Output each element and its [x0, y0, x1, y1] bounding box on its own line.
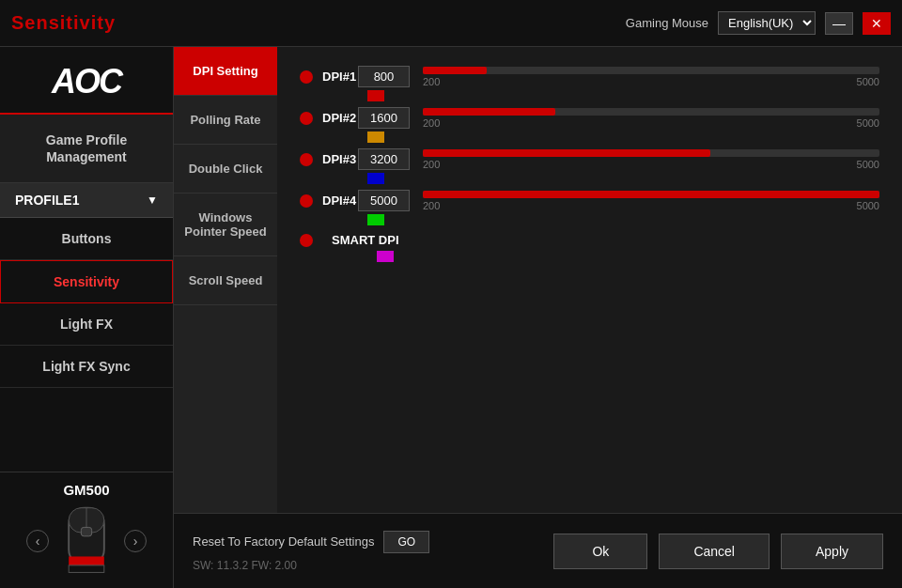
svg-rect-4	[69, 556, 104, 565]
profile-dropdown[interactable]: PROFILE1 ▼	[0, 183, 173, 218]
dpi1-row: DPI#1 200 5000	[300, 66, 879, 101]
bottom-bar: Reset To Factory Default Settings GO SW:…	[174, 513, 902, 588]
title-bar: Sensitivity Gaming Mouse English(UK) — ✕	[0, 0, 902, 47]
subnav-winpointer[interactable]: Windows Pointer Speed	[174, 193, 277, 256]
dpi3-row: DPI#3 200 5000	[300, 148, 879, 184]
sidebar-item-lightfx[interactable]: Light FX	[0, 303, 173, 346]
dpi2-value-input[interactable]	[358, 107, 410, 129]
dpi2-row: DPI#2 200 5000	[300, 107, 879, 143]
minimize-button[interactable]: —	[825, 12, 853, 35]
sidebar-item-sensitivity[interactable]: Sensitivity	[0, 260, 173, 303]
main-layout: AOC Game ProfileManagement PROFILE1 ▼ Bu…	[0, 47, 902, 588]
dpi3-value-input[interactable]	[358, 148, 410, 170]
sidebar: AOC Game ProfileManagement PROFILE1 ▼ Bu…	[0, 47, 174, 588]
dpi4-label: DPI#4	[322, 193, 358, 208]
aoc-logo: AOC	[0, 47, 173, 115]
sub-nav: DPI Setting Polling Rate Double Click Wi…	[174, 47, 277, 513]
dpi3-indicator	[300, 153, 313, 166]
title-bar-right: Gaming Mouse English(UK) — ✕	[626, 11, 891, 35]
subnav-scrollspeed[interactable]: Scroll Speed	[174, 256, 277, 305]
apply-button[interactable]: Apply	[781, 534, 883, 569]
content-area: DPI Setting Polling Rate Double Click Wi…	[174, 47, 902, 588]
mouse-image	[58, 503, 115, 579]
dpi3-slider[interactable]: 200 5000	[423, 149, 879, 170]
version-text: SW: 11.3.2 FW: 2.00	[193, 559, 429, 572]
mouse-nav: ‹ ›	[26, 503, 147, 579]
mouse-next-button[interactable]: ›	[124, 530, 147, 552]
dpi4-max: 5000	[857, 200, 879, 211]
dpi2-min: 200	[423, 117, 440, 129]
dpi1-swatch	[367, 90, 384, 101]
dpi2-max: 5000	[857, 117, 879, 129]
title-bar-left: Sensitivity	[11, 12, 116, 34]
dpi1-slider[interactable]: 200 5000	[423, 67, 879, 87]
game-profile-label: Game ProfileManagement	[8, 132, 165, 165]
logo-text: AOC	[52, 62, 121, 101]
sidebar-item-buttons[interactable]: Buttons	[0, 218, 173, 260]
smart-dpi-label: SMART DPI	[332, 233, 399, 247]
dpi4-min: 200	[423, 200, 440, 211]
dpi4-value-input[interactable]	[358, 190, 410, 211]
profile-name: PROFILE1	[15, 193, 79, 208]
dpi1-value-input[interactable]	[358, 66, 410, 87]
app-title: Sensitivity	[11, 12, 116, 34]
subnav-polling[interactable]: Polling Rate	[174, 96, 277, 145]
dpi1-indicator	[300, 70, 313, 84]
dpi1-min: 200	[423, 76, 440, 87]
svg-rect-3	[81, 527, 91, 535]
dpi3-label: DPI#3	[322, 152, 358, 166]
ok-button[interactable]: Ok	[553, 534, 647, 569]
sidebar-item-lightfxsync[interactable]: Light FX Sync	[0, 346, 173, 388]
dpi2-slider[interactable]: 200 5000	[423, 108, 879, 129]
game-profile-section: Game ProfileManagement	[0, 115, 173, 183]
dpi4-row: DPI#4 200 5000	[300, 190, 879, 225]
dpi2-indicator	[300, 112, 313, 125]
cancel-button[interactable]: Cancel	[659, 534, 770, 569]
dpi1-label: DPI#1	[322, 70, 358, 84]
subnav-doubleclick[interactable]: Double Click	[174, 145, 277, 193]
chevron-down-icon: ▼	[147, 193, 158, 207]
dpi2-swatch	[367, 132, 384, 143]
dpi2-label: DPI#2	[322, 111, 358, 125]
reset-label: Reset To Factory Default Settings	[193, 534, 374, 549]
mouse-section: GM500 ‹ ›	[0, 472, 173, 588]
mouse-prev-button[interactable]: ‹	[26, 530, 49, 552]
mouse-model-label: GM500	[63, 482, 109, 498]
content-wrapper: DPI Setting Polling Rate Double Click Wi…	[174, 47, 902, 513]
dpi3-swatch	[367, 173, 384, 184]
dpi4-swatch	[367, 214, 384, 225]
dpi1-max: 5000	[857, 76, 879, 87]
dpi-panel: DPI#1 200 5000	[277, 47, 902, 513]
svg-rect-5	[69, 565, 104, 573]
smart-dpi-row: SMART DPI	[300, 233, 879, 247]
subnav-dpi[interactable]: DPI Setting	[174, 47, 277, 96]
bottom-left: Reset To Factory Default Settings GO SW:…	[193, 531, 429, 572]
bottom-actions: Ok Cancel Apply	[553, 534, 883, 569]
go-button[interactable]: GO	[383, 531, 429, 553]
dpi3-min: 200	[423, 159, 440, 170]
smart-dpi-indicator	[300, 234, 313, 247]
smart-dpi-swatch	[377, 251, 394, 262]
dpi3-max: 5000	[857, 159, 879, 170]
reset-row: Reset To Factory Default Settings GO	[193, 531, 429, 553]
dpi4-slider[interactable]: 200 5000	[423, 191, 879, 211]
language-select[interactable]: English(UK)	[718, 11, 816, 35]
close-button[interactable]: ✕	[863, 12, 891, 35]
dpi4-indicator	[300, 194, 313, 208]
device-label: Gaming Mouse	[626, 16, 708, 30]
